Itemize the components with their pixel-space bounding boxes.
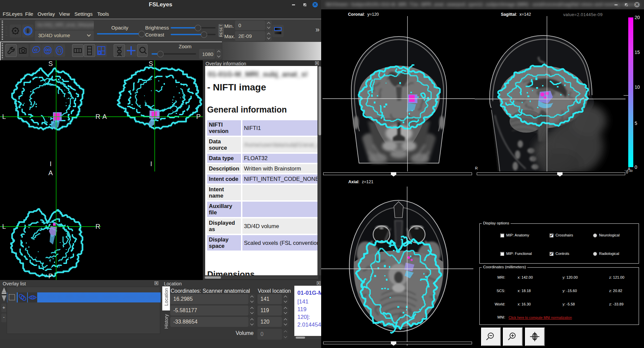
svg-text:A: A [102,113,107,120]
svg-text:S: S [48,60,53,67]
svg-text:I: I [150,160,152,167]
svg-text:R: R [96,223,100,230]
svg-text:L: L [2,113,6,120]
svg-text:S: S [149,60,153,67]
svg-text:R: R [96,113,100,120]
svg-text:A: A [48,169,53,177]
svg-text:L: L [2,223,6,230]
svg-text:I: I [50,160,52,167]
svg-text:P: P [196,113,200,120]
svg-text:P: P [48,272,53,280]
